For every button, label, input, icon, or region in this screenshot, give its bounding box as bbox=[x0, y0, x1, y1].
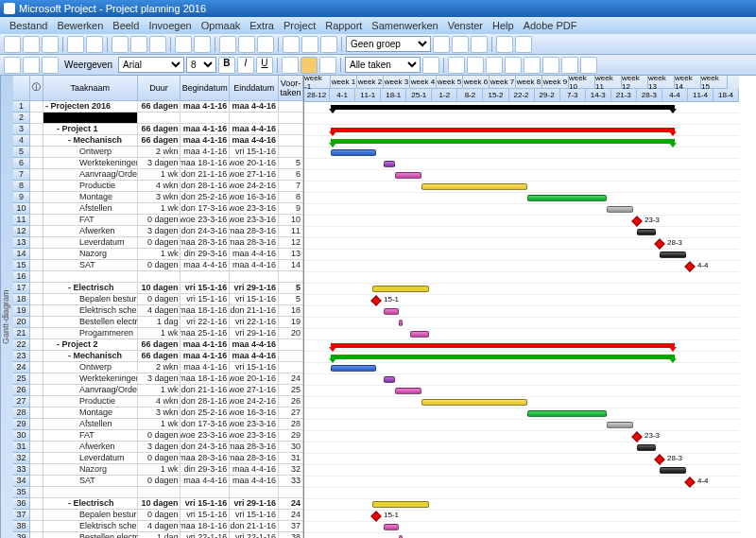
col-header[interactable]: Taaknaam bbox=[43, 76, 138, 101]
cell[interactable]: - Electrisch bbox=[43, 283, 138, 294]
table-row[interactable]: 28Montage3 wkndon 25-2-16woe 16-3-1627 bbox=[13, 408, 303, 419]
task-bar[interactable] bbox=[421, 399, 527, 406]
col-header[interactable]: ⓘ bbox=[30, 76, 43, 101]
cell[interactable]: maa 28-3-16 bbox=[180, 237, 230, 249]
col-header[interactable]: Begindatum bbox=[180, 76, 230, 101]
cell[interactable] bbox=[180, 487, 230, 498]
cell[interactable]: don 25-2-16 bbox=[180, 192, 230, 203]
cell[interactable]: 30 bbox=[13, 430, 30, 442]
table-row[interactable]: 17- Electrisch10 dagenvri 15-1-16vri 29-… bbox=[13, 283, 303, 294]
cell[interactable]: 19 bbox=[13, 305, 30, 317]
cell[interactable]: 66 dagen bbox=[138, 339, 181, 351]
cell[interactable]: Afstellen bbox=[43, 203, 138, 215]
cell[interactable]: 3 wkn bbox=[138, 408, 181, 419]
table-row[interactable]: 36- Electrisch10 dagenvri 15-1-16vri 29-… bbox=[13, 498, 303, 510]
cell[interactable]: 2 bbox=[13, 113, 30, 124]
cell[interactable]: 34 bbox=[13, 476, 30, 487]
cell[interactable]: 1 wk bbox=[138, 328, 181, 339]
cell[interactable]: 3 dagen bbox=[138, 158, 181, 169]
print-button[interactable] bbox=[67, 36, 84, 53]
cell[interactable]: 31 bbox=[13, 442, 30, 453]
cell[interactable]: woe 23-3-16 bbox=[230, 430, 279, 442]
cell[interactable] bbox=[30, 283, 43, 294]
cell[interactable]: vri 15-1-16 bbox=[180, 283, 230, 294]
milestone[interactable] bbox=[654, 238, 664, 249]
cell[interactable]: 16 bbox=[13, 271, 30, 283]
table-row[interactable]: 25Werktekeningen3 dagenmaa 18-1-16woe 20… bbox=[13, 373, 303, 385]
table-row[interactable]: 22- Project 266 dagenmaa 4-1-16maa 4-4-1… bbox=[13, 339, 303, 351]
menu-rapport[interactable]: Rapport bbox=[325, 20, 362, 31]
cell[interactable]: vri 29-1-16 bbox=[230, 498, 279, 510]
cell[interactable]: 26 bbox=[13, 385, 30, 396]
weergeven-label[interactable]: Weergeven bbox=[64, 60, 112, 70]
cell[interactable] bbox=[30, 476, 43, 487]
cell[interactable] bbox=[43, 271, 138, 283]
cell[interactable]: 1 wk bbox=[138, 419, 181, 430]
cell[interactable] bbox=[30, 532, 43, 538]
cell[interactable]: 3 wkn bbox=[138, 192, 181, 203]
cell[interactable]: vri 15-1-16 bbox=[230, 510, 279, 521]
cell[interactable]: 8 bbox=[13, 181, 30, 192]
cell[interactable]: 5 bbox=[279, 283, 303, 294]
cell[interactable] bbox=[230, 487, 279, 498]
extra6-button[interactable] bbox=[542, 57, 559, 74]
autofilter-button[interactable] bbox=[422, 57, 439, 74]
cell[interactable]: maa 4-1-16 bbox=[180, 124, 230, 135]
undo-button[interactable] bbox=[175, 36, 192, 53]
cell[interactable]: maa 4-4-16 bbox=[180, 476, 230, 487]
task-bar[interactable] bbox=[637, 229, 656, 235]
table-row[interactable]: 2 bbox=[13, 113, 303, 124]
cell[interactable] bbox=[30, 521, 43, 532]
cell[interactable]: 11 bbox=[279, 226, 303, 237]
cell[interactable] bbox=[30, 124, 43, 135]
cell[interactable]: 38 bbox=[13, 521, 30, 532]
cell[interactable]: don 17-3-16 bbox=[180, 203, 230, 215]
cell[interactable]: woe 23-3-16 bbox=[230, 203, 279, 215]
cell[interactable]: maa 4-1-16 bbox=[180, 135, 230, 147]
summary-bar[interactable] bbox=[331, 343, 675, 348]
cell[interactable]: Afstellen bbox=[43, 419, 138, 430]
table-row[interactable]: 14Nazorg1 wkdin 29-3-16maa 4-4-1613 bbox=[13, 249, 303, 260]
cell[interactable]: 37 bbox=[13, 510, 30, 521]
cell[interactable]: 21 bbox=[13, 328, 30, 339]
cell[interactable]: maa 28-3-16 bbox=[230, 226, 279, 237]
table-row[interactable]: 1- Projecten 201666 dagenmaa 4-1-16maa 4… bbox=[13, 101, 303, 113]
milestone[interactable] bbox=[370, 295, 381, 305]
cell[interactable]: 12 bbox=[279, 237, 303, 249]
cell[interactable] bbox=[180, 271, 230, 283]
table-row[interactable]: 38Elektrisch schema op4 dagenmaa 18-1-16… bbox=[13, 521, 303, 532]
paste-button[interactable] bbox=[149, 36, 166, 53]
cell[interactable] bbox=[43, 113, 138, 124]
open-button[interactable] bbox=[23, 36, 40, 53]
cell[interactable] bbox=[30, 328, 43, 339]
cell[interactable] bbox=[30, 226, 43, 237]
cell[interactable] bbox=[279, 113, 303, 124]
table-row[interactable]: 37Bepalen besturing0 dagenvri 15-1-16vri… bbox=[13, 510, 303, 521]
cell[interactable]: 0 dagen bbox=[138, 476, 181, 487]
cell[interactable]: 33 bbox=[13, 464, 30, 476]
cell[interactable]: 9 bbox=[13, 192, 30, 203]
menu-bewerken[interactable]: Bewerken bbox=[57, 20, 103, 31]
cell[interactable] bbox=[279, 135, 303, 147]
cell[interactable]: 66 dagen bbox=[138, 101, 181, 113]
extra8-button[interactable] bbox=[580, 57, 597, 74]
cell[interactable]: maa 18-1-16 bbox=[180, 521, 230, 532]
cell[interactable]: vri 29-1-16 bbox=[230, 283, 279, 294]
cell[interactable]: 1 dag bbox=[138, 532, 181, 538]
cell[interactable]: Aanvraag/Orderbeves bbox=[43, 169, 138, 181]
cell[interactable]: 29 bbox=[13, 419, 30, 430]
cell[interactable]: Bepalen besturing bbox=[43, 510, 138, 521]
cell[interactable]: 24 bbox=[279, 510, 303, 521]
cell[interactable] bbox=[30, 101, 43, 113]
cell[interactable]: 14 bbox=[279, 260, 303, 271]
cell[interactable] bbox=[230, 271, 279, 283]
cell[interactable]: 1 wk bbox=[138, 249, 181, 260]
cell[interactable] bbox=[180, 113, 230, 124]
cell[interactable]: - Mechanisch bbox=[43, 351, 138, 362]
table-row[interactable]: 20Bestellen electra1 dagvri 22-1-16vri 2… bbox=[13, 317, 303, 328]
cell[interactable]: 0 dagen bbox=[138, 260, 181, 271]
milestone[interactable] bbox=[654, 454, 664, 464]
cell[interactable] bbox=[30, 237, 43, 249]
italic-button[interactable]: I bbox=[237, 57, 254, 74]
cell[interactable]: vri 15-1-16 bbox=[180, 510, 230, 521]
